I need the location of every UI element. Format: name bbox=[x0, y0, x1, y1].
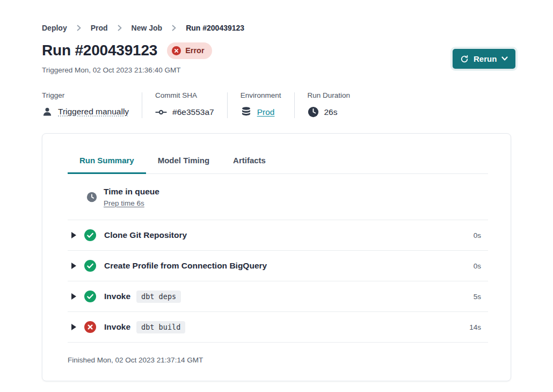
step-duration: 14s bbox=[469, 323, 481, 331]
step-label: Invokedbt deps bbox=[104, 291, 181, 303]
page-title: Run #200439123 bbox=[42, 42, 157, 59]
meta-divider bbox=[227, 92, 228, 118]
meta-divider bbox=[142, 92, 142, 118]
step-label: Clone Git Repository bbox=[104, 230, 187, 240]
expand-caret-icon[interactable] bbox=[71, 324, 76, 330]
queue-row[interactable]: Time in queue Prep time 6s bbox=[68, 174, 488, 220]
chevron-right-icon bbox=[172, 25, 176, 31]
run-summary-card: Run Summary Model Timing Artifacts Time … bbox=[42, 133, 511, 381]
expand-caret-icon[interactable] bbox=[71, 263, 76, 269]
breadcrumb-current-run: Run #200439123 bbox=[186, 24, 244, 32]
meta-commit: Commit SHA #6e3553a7 bbox=[155, 91, 214, 118]
chevron-right-icon bbox=[77, 25, 81, 31]
run-detail-page: Deploy Prod New Job Run #200439123 Run #… bbox=[0, 0, 553, 392]
expand-caret-icon[interactable] bbox=[71, 293, 76, 300]
step-label: Invokedbt build bbox=[104, 321, 185, 333]
queue-prep-time-link[interactable]: Prep time 6s bbox=[104, 199, 159, 207]
step-duration: 0s bbox=[474, 231, 481, 239]
meta-duration-label: Run Duration bbox=[308, 91, 351, 99]
run-meta-strip: Trigger Triggered manually Commit SHA #6… bbox=[42, 91, 350, 118]
step-row-dbt-deps[interactable]: Invokedbt deps 5s bbox=[68, 281, 488, 312]
meta-commit-value: #6e3553a7 bbox=[172, 107, 214, 117]
command-chip: dbt deps bbox=[136, 291, 181, 303]
triggered-timestamp: Triggered Mon, 02 Oct 2023 21:36:40 GMT bbox=[42, 66, 180, 74]
step-row-create-profile[interactable]: Create Profile from Connection BigQuery … bbox=[68, 251, 488, 281]
breadcrumb: Deploy Prod New Job Run #200439123 bbox=[42, 24, 244, 32]
rerun-button[interactable]: Rerun bbox=[453, 49, 515, 69]
status-badge: Error bbox=[167, 42, 212, 59]
chevron-right-icon bbox=[118, 25, 122, 31]
breadcrumb-deploy[interactable]: Deploy bbox=[42, 24, 67, 32]
success-check-icon bbox=[84, 291, 96, 302]
command-chip: dbt build bbox=[136, 321, 185, 333]
person-icon bbox=[42, 106, 53, 117]
meta-divider bbox=[294, 92, 295, 118]
tab-artifacts[interactable]: Artifacts bbox=[221, 152, 278, 174]
meta-trigger-value[interactable]: Triggered manually bbox=[58, 107, 129, 117]
step-label: Create Profile from Connection BigQuery bbox=[104, 261, 267, 271]
step-duration: 0s bbox=[474, 262, 481, 270]
breadcrumb-new-job[interactable]: New Job bbox=[132, 24, 163, 32]
meta-environment-link[interactable]: Prod bbox=[257, 107, 275, 117]
meta-environment-label: Environment bbox=[241, 91, 281, 99]
finished-timestamp: Finished Mon, 02 Oct 2023 21:37:14 GMT bbox=[68, 343, 488, 364]
tab-model-timing[interactable]: Model Timing bbox=[146, 152, 221, 174]
step-row-clone-git[interactable]: Clone Git Repository 0s bbox=[68, 220, 488, 251]
meta-trigger-label: Trigger bbox=[42, 91, 129, 99]
success-check-icon bbox=[84, 260, 96, 272]
clock-icon bbox=[308, 106, 319, 118]
meta-commit-label: Commit SHA bbox=[155, 91, 214, 99]
meta-environment: Environment Prod bbox=[241, 91, 281, 118]
tab-run-summary[interactable]: Run Summary bbox=[68, 152, 146, 174]
rerun-button-label: Rerun bbox=[474, 54, 497, 63]
success-check-icon bbox=[84, 229, 96, 241]
expand-caret-icon[interactable] bbox=[71, 232, 76, 238]
step-duration: 5s bbox=[474, 293, 481, 301]
queue-title: Time in queue bbox=[104, 187, 159, 197]
tab-bar: Run Summary Model Timing Artifacts bbox=[68, 152, 488, 174]
meta-duration-value: 26s bbox=[324, 107, 338, 117]
git-commit-icon bbox=[155, 106, 167, 118]
meta-trigger: Trigger Triggered manually bbox=[42, 91, 129, 118]
clock-icon bbox=[86, 192, 97, 202]
refresh-icon bbox=[460, 55, 469, 63]
breadcrumb-prod[interactable]: Prod bbox=[91, 24, 108, 32]
queue-texts: Time in queue Prep time 6s bbox=[104, 187, 159, 207]
error-circle-icon bbox=[172, 46, 181, 55]
database-icon bbox=[241, 106, 252, 118]
status-badge-label: Error bbox=[185, 46, 204, 55]
chevron-down-icon[interactable] bbox=[501, 56, 508, 61]
meta-duration: Run Duration 26s bbox=[308, 91, 351, 118]
title-row: Run #200439123 Error bbox=[42, 42, 212, 59]
error-circle-icon bbox=[84, 321, 96, 333]
step-row-dbt-build[interactable]: Invokedbt build 14s bbox=[68, 312, 488, 343]
